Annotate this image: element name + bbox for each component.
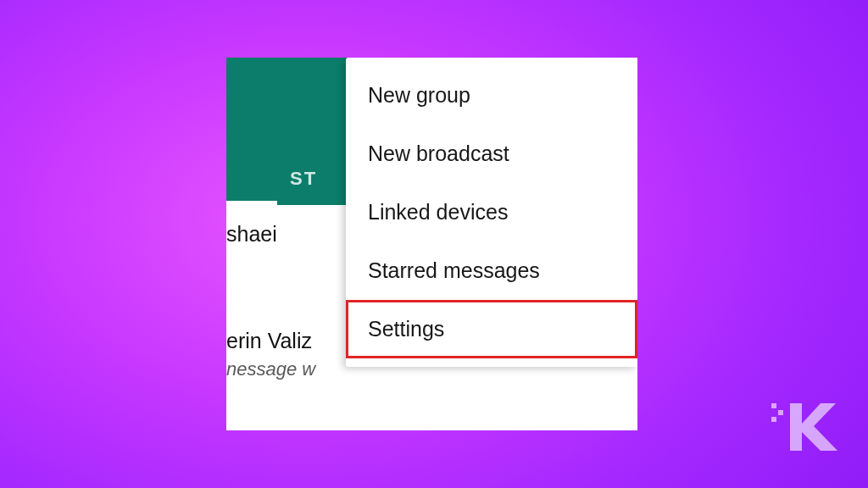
menu-item-starred-messages[interactable]: Starred messages [346,241,637,300]
menu-item-new-broadcast[interactable]: New broadcast [346,125,637,183]
overflow-menu: New group New broadcast Linked devices S… [346,58,637,367]
watermark-logo [785,400,839,454]
phone-screenshot-crop: ST shaei erin Valiz nessage w New group … [226,58,637,430]
menu-item-settings[interactable]: Settings [346,300,637,358]
menu-item-new-group[interactable]: New group [346,66,637,125]
menu-item-linked-devices[interactable]: Linked devices [346,183,637,241]
k-icon [785,400,839,454]
tab-indicator [226,201,277,205]
tab-status-fragment[interactable]: ST [290,168,317,190]
